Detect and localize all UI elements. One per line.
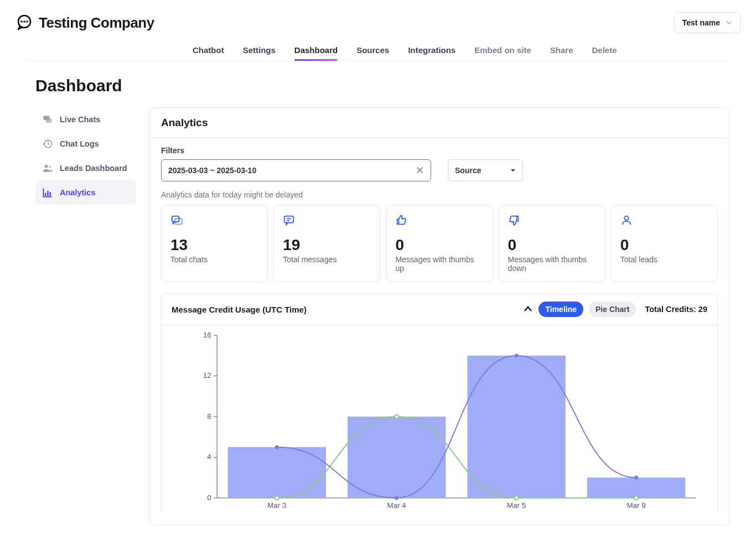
sidebar-item-label: Leads Dashboard — [60, 164, 127, 173]
stat-label: Total leads — [620, 255, 708, 264]
caret-down-icon — [510, 168, 516, 173]
svg-text:12: 12 — [203, 372, 211, 380]
analytics-panel: Analytics Filters 2025-03-03 ~ 2025-03-1… — [149, 107, 729, 525]
stat-value: 0 — [620, 236, 708, 254]
stat-value: 0 — [395, 236, 483, 254]
stat-label: Messages with thumbs up — [395, 255, 483, 273]
svg-rect-10 — [47, 191, 49, 196]
stat-label: Messages with thumbs down — [508, 255, 596, 273]
brand-name: Testing Company — [39, 14, 154, 32]
user-dropdown-label: Test name — [682, 18, 720, 27]
analytics-icon — [42, 187, 53, 198]
svg-point-40 — [515, 496, 519, 500]
svg-point-7 — [45, 165, 48, 168]
pie-chart-button[interactable]: Pie Chart — [589, 302, 636, 317]
clear-icon[interactable]: ✕ — [416, 165, 424, 175]
timeline-button[interactable]: Timeline — [538, 302, 583, 317]
chart-title: Message Credit Usage (UTC Time) — [172, 305, 307, 314]
svg-text:Mar 5: Mar 5 — [507, 501, 526, 510]
svg-point-41 — [634, 496, 638, 500]
stat-thumbs-down: 0 Messages with thumbs down — [499, 205, 605, 282]
sidebar-item-label: Live Chats — [60, 115, 100, 124]
stat-value: 13 — [170, 236, 258, 254]
tabs: Chatbot Settings Dashboard Sources Integ… — [27, 40, 729, 61]
tab-integrations[interactable]: Integrations — [408, 40, 455, 60]
stat-label: Total chats — [170, 255, 258, 264]
svg-text:Mar 9: Mar 9 — [626, 501, 645, 510]
tab-delete[interactable]: Delete — [592, 40, 617, 60]
tab-chatbot[interactable]: Chatbot — [193, 40, 224, 60]
stat-thumbs-up: 0 Messages with thumbs up — [386, 205, 493, 282]
date-range-input[interactable]: 2025-03-03 ~ 2025-03-10 ✕ — [161, 159, 431, 181]
date-range-value: 2025-03-03 ~ 2025-03-10 — [168, 166, 256, 175]
chart-panel: Message Credit Usage (UTC Time) Timeline… — [161, 293, 718, 513]
svg-point-3 — [26, 20, 28, 23]
delay-note: Analytics data for today might be delaye… — [150, 181, 729, 205]
chevron-down-icon — [726, 19, 732, 26]
sidebar-item-label: Analytics — [60, 188, 95, 197]
chat-icon — [170, 214, 183, 226]
stat-value: 0 — [508, 236, 596, 254]
svg-text:Mar 3: Mar 3 — [267, 501, 286, 510]
user-icon — [620, 214, 633, 226]
tab-embed[interactable]: Embed on site — [474, 40, 531, 60]
panel-title: Analytics — [150, 108, 729, 138]
brand: Testing Company — [15, 14, 154, 32]
svg-point-43 — [395, 496, 398, 500]
svg-rect-9 — [45, 193, 46, 196]
sidebar-item-chat-logs[interactable]: Chat Logs — [35, 132, 136, 156]
source-dropdown[interactable]: Source — [448, 159, 523, 181]
chevron-up-icon[interactable] — [523, 304, 533, 314]
svg-text:8: 8 — [207, 412, 211, 420]
svg-rect-5 — [46, 118, 52, 123]
stat-value: 19 — [283, 236, 371, 254]
sidebar: Live Chats Chat Logs Leads Dashboard Ana… — [35, 107, 136, 205]
chat-bubble-icon — [15, 14, 33, 32]
stat-total-chats: 13 Total chats — [161, 205, 268, 282]
svg-rect-14 — [284, 216, 294, 223]
filters-label: Filters — [161, 146, 718, 155]
svg-rect-11 — [49, 192, 51, 196]
sidebar-item-analytics[interactable]: Analytics — [35, 180, 136, 205]
svg-point-39 — [395, 415, 398, 419]
svg-point-17 — [624, 216, 628, 220]
stat-label: Total messages — [283, 255, 371, 264]
source-label: Source — [455, 166, 481, 175]
chats-icon — [42, 114, 53, 125]
svg-text:16: 16 — [203, 331, 211, 339]
svg-point-8 — [49, 165, 51, 168]
svg-rect-33 — [587, 477, 685, 498]
svg-text:Mar 4: Mar 4 — [387, 501, 406, 510]
sidebar-item-leads[interactable]: Leads Dashboard — [35, 156, 136, 180]
page-title: Dashboard — [35, 76, 729, 95]
svg-point-2 — [23, 20, 25, 23]
svg-point-44 — [515, 354, 519, 357]
users-icon — [42, 163, 53, 174]
sidebar-item-label: Chat Logs — [60, 139, 99, 148]
tab-sources[interactable]: Sources — [356, 40, 389, 60]
svg-text:0: 0 — [207, 493, 211, 502]
tab-share[interactable]: Share — [550, 40, 573, 60]
sidebar-item-live-chats[interactable]: Live Chats — [35, 107, 136, 132]
history-icon — [42, 138, 53, 149]
svg-point-38 — [275, 496, 279, 500]
usage-chart: 0481216Mar 3Mar 4Mar 5Mar 9 — [177, 331, 702, 513]
tab-settings[interactable]: Settings — [243, 40, 276, 60]
svg-point-45 — [634, 476, 638, 480]
tab-dashboard[interactable]: Dashboard — [294, 40, 338, 60]
user-dropdown[interactable]: Test name — [674, 12, 741, 33]
svg-point-1 — [20, 20, 23, 23]
svg-text:4: 4 — [207, 453, 211, 461]
message-icon — [283, 214, 295, 226]
stat-total-messages: 19 Total messages — [273, 205, 380, 282]
thumbs-down-icon — [508, 214, 520, 226]
svg-point-42 — [275, 445, 279, 449]
stat-total-leads: 0 Total leads — [611, 205, 718, 282]
total-credits: Total Credits: 29 — [645, 305, 707, 314]
thumbs-up-icon — [395, 214, 407, 226]
